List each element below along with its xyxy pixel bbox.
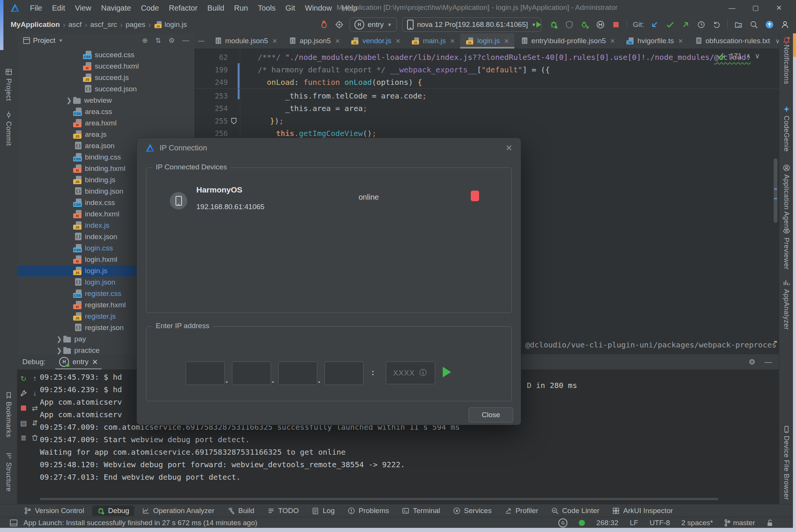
project-panel-selector[interactable]: Project ▼: [23, 36, 63, 45]
toolwindow-terminal[interactable]: Terminal: [397, 505, 445, 516]
project-structure-button[interactable]: [733, 20, 743, 30]
toolwindow-problems[interactable]: Problems: [343, 505, 394, 516]
device-selector[interactable]: nova 12 Pro[192.168.80.61:41065] ▼: [402, 17, 541, 32]
code-line[interactable]: 199/* harmony default export */ __webpac…: [194, 63, 779, 76]
code-line[interactable]: 249 onLoad: function onLoad(options) {: [194, 76, 779, 88]
toolwindow-profiler[interactable]: Profiler: [500, 505, 543, 516]
tab-close-icon[interactable]: ✕: [450, 38, 455, 45]
search-everywhere-button[interactable]: [749, 20, 759, 30]
tab-close-icon[interactable]: ✕: [504, 38, 509, 45]
debug-session-tab[interactable]: H entry ✕: [55, 354, 102, 369]
tab-close-icon[interactable]: ✕: [678, 38, 683, 45]
editor-tab-vendor-js[interactable]: JSvendor.js✕: [345, 33, 406, 49]
toolstrip-appanalyzer[interactable]: AppAnalyzer: [779, 279, 793, 330]
git-commit-button[interactable]: [665, 20, 675, 30]
close-button[interactable]: ✕: [767, 0, 791, 16]
debug-button[interactable]: [549, 20, 559, 30]
git-rollback-button[interactable]: [712, 20, 722, 30]
ip-octet-1-input[interactable]: [186, 361, 225, 385]
menu-window[interactable]: Window: [301, 2, 337, 14]
tab-close-icon[interactable]: ✕: [395, 38, 400, 45]
toolwindow-operation-analyzer[interactable]: Operation Analyzer: [137, 505, 219, 516]
inspection-widget[interactable]: 171 ∧ ∨: [717, 52, 760, 60]
close-session-icon[interactable]: ✕: [92, 358, 98, 366]
toolwindow-code-linter[interactable]: Code Linter: [546, 505, 604, 516]
tree-item-succeed-json[interactable]: { }succeed.json: [17, 83, 194, 95]
toolwindow-version-control[interactable]: Version Control: [19, 505, 89, 516]
attach-debugger-button[interactable]: [580, 20, 590, 30]
tree-item-succeed-hxml[interactable]: Hsucceed.hxml: [17, 61, 194, 72]
status-message[interactable]: App Launch: Install successfully finishe…: [24, 519, 257, 527]
toolwindow-services[interactable]: Services: [448, 505, 497, 516]
dialog-close-icon[interactable]: ✕: [506, 143, 512, 153]
tree-item-area-hxml[interactable]: Harea.hxml: [17, 117, 194, 129]
stop-button[interactable]: [611, 20, 621, 30]
tree-item-succeed-css[interactable]: CSSsucceed.css: [17, 49, 194, 61]
toolwindow-debug[interactable]: Debug: [92, 505, 134, 516]
toolstrip-notifications[interactable]: Notifications: [779, 45, 793, 84]
rerun-icon[interactable]: ↻: [19, 374, 28, 383]
chevron-collapsed-icon[interactable]: ❯: [65, 97, 73, 105]
trash-icon[interactable]: [30, 433, 39, 442]
breadcrumb-item[interactable]: pages: [125, 20, 145, 29]
tab-close-icon[interactable]: ✕: [272, 38, 277, 45]
git-history-button[interactable]: [696, 20, 706, 30]
ip-octet-3-input[interactable]: [278, 361, 317, 385]
tree-item-webview[interactable]: ❯webview: [17, 95, 194, 106]
up-stack-icon[interactable]: ↑: [30, 374, 39, 383]
menu-view[interactable]: View: [71, 2, 96, 14]
editor-tab-main-js[interactable]: JSmain.js✕: [406, 33, 461, 49]
scroll-end-icon[interactable]: ⇵: [30, 418, 39, 427]
port-info-icon[interactable]: ⓘ: [419, 368, 426, 378]
restore-layout-icon[interactable]: ▤: [19, 418, 28, 427]
tab-close-icon[interactable]: ✕: [610, 38, 615, 45]
harmony-run-button[interactable]: [595, 20, 605, 30]
menu-git[interactable]: Git: [281, 2, 300, 14]
git-branch-widget[interactable]: master: [724, 519, 755, 527]
target-icon[interactable]: [334, 20, 344, 30]
menu-code[interactable]: Code: [136, 2, 164, 14]
pin-icon[interactable]: ≣: [19, 433, 28, 442]
maximize-button[interactable]: ▢: [744, 0, 767, 16]
breadcrumb-item[interactable]: ascf: [69, 20, 82, 29]
toolwindow-toggle-icon[interactable]: [10, 519, 17, 526]
bookmark-icon[interactable]: [231, 117, 237, 124]
next-problem-chevron-icon[interactable]: ∨: [755, 52, 760, 60]
console-settings-gear-icon[interactable]: ⚙: [749, 357, 755, 366]
console-hscrollbar[interactable]: [40, 498, 718, 500]
file-encoding[interactable]: UTF-8: [650, 519, 670, 527]
toolwindow-todo[interactable]: TODO: [262, 505, 304, 516]
toolstrip-bookmarks[interactable]: Bookmarks: [0, 391, 17, 438]
tabbar-hide-icon[interactable]: —: [194, 38, 208, 44]
port-input[interactable]: XXXX ⓘ: [386, 361, 435, 384]
tab-close-icon[interactable]: ✕: [335, 38, 340, 45]
editor-tab-hvigorfile-ts[interactable]: TShvigorfile.ts✕: [621, 33, 689, 49]
collapse-all-icon[interactable]: ⇅: [155, 36, 161, 45]
toolwindow-arkui-inspector[interactable]: ArkUI Inspector: [607, 505, 678, 516]
code-line[interactable]: 62/***/ "./node_modules/babel-loader/lib…: [194, 51, 779, 63]
settings-sync-button[interactable]: [765, 20, 774, 30]
profile-avatar-button[interactable]: [780, 20, 790, 30]
connect-play-button[interactable]: [443, 367, 451, 377]
editor-tab-module-json5[interactable]: { }module.json5✕: [208, 33, 282, 49]
notifications-bell-icon[interactable]: [782, 36, 791, 45]
toolwindow-build[interactable]: Build: [223, 505, 259, 516]
menu-tools[interactable]: Tools: [253, 2, 280, 14]
editor-tab-entry-build-profile-json5[interactable]: { }entry\build-profile.json5✕: [514, 33, 621, 49]
editor-tab-app-json5[interactable]: { }app.json5✕: [282, 33, 345, 49]
editor-tab-login-js[interactable]: JSlogin.js✕: [460, 33, 514, 49]
menu-edit[interactable]: Edit: [47, 2, 69, 14]
menu-file[interactable]: File: [25, 2, 47, 14]
down-stack-icon[interactable]: ↓: [30, 389, 39, 398]
menu-build[interactable]: Build: [203, 2, 229, 14]
caret-position[interactable]: 268:32: [596, 519, 618, 527]
wrench-icon[interactable]: [19, 389, 28, 398]
panel-settings-icon[interactable]: ⚙: [169, 36, 175, 45]
ip-octet-2-input[interactable]: [232, 361, 271, 385]
menu-refactor[interactable]: Refactor: [164, 2, 202, 14]
sort-icon[interactable]: ⇄: [30, 404, 39, 413]
code-line[interactable]: 255 });: [194, 114, 779, 127]
toolstrip-commit[interactable]: Commit: [0, 111, 17, 146]
code-line[interactable]: 254 _this.area = area;: [194, 102, 779, 114]
breadcrumb-root[interactable]: MyApplication: [11, 20, 60, 29]
